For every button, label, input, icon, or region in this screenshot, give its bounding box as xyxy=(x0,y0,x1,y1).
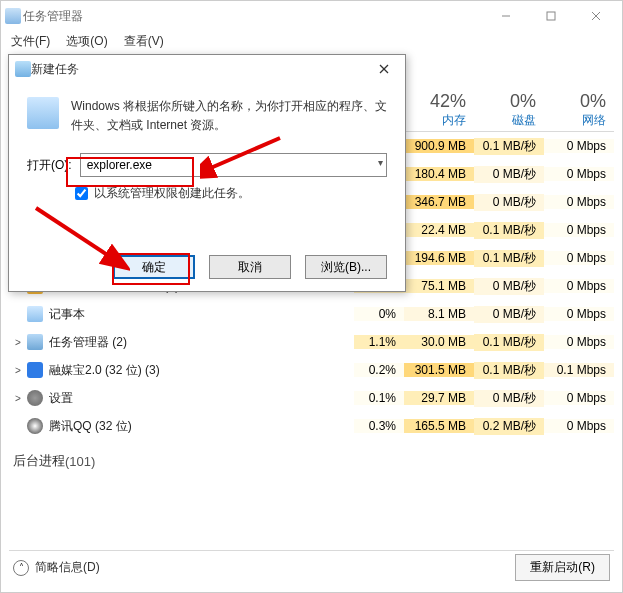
close-button[interactable] xyxy=(573,2,618,31)
cell-memory: 29.7 MB xyxy=(404,391,474,405)
cell-network: 0 Mbps xyxy=(544,391,614,405)
cell-cpu: 0% xyxy=(354,307,404,321)
cell-disk: 0.1 MB/秒 xyxy=(474,362,544,379)
cell-disk: 0.1 MB/秒 xyxy=(474,334,544,351)
cell-disk: 0.1 MB/秒 xyxy=(474,138,544,155)
cell-memory: 346.7 MB xyxy=(404,195,474,209)
process-name: 设置 xyxy=(49,390,354,407)
cell-memory: 8.1 MB xyxy=(404,307,474,321)
cell-network: 0 Mbps xyxy=(544,195,614,209)
cell-disk: 0 MB/秒 xyxy=(474,278,544,295)
col-disk[interactable]: 0% 磁盘 xyxy=(474,74,544,131)
process-name: 记事本 xyxy=(49,306,354,323)
dialog-title: 新建任务 xyxy=(31,61,369,78)
ok-button[interactable]: 确定 xyxy=(113,255,195,279)
cell-network: 0 Mbps xyxy=(544,307,614,321)
cell-memory: 30.0 MB xyxy=(404,335,474,349)
open-label: 打开(O): xyxy=(27,157,72,174)
cancel-button[interactable]: 取消 xyxy=(209,255,291,279)
col-memory[interactable]: 42% 内存 xyxy=(404,74,474,131)
cell-network: 0 Mbps xyxy=(544,223,614,237)
expand-icon[interactable]: > xyxy=(9,365,27,376)
restart-button[interactable]: 重新启动(R) xyxy=(515,554,610,581)
cell-network: 0.1 Mbps xyxy=(544,363,614,377)
cell-memory: 165.5 MB xyxy=(404,419,474,433)
table-row[interactable]: 记事本0%8.1 MB0 MB/秒0 Mbps xyxy=(9,300,614,328)
dialog-message: Windows 将根据你所键入的名称，为你打开相应的程序、文件夹、文档或 Int… xyxy=(71,97,387,135)
open-input[interactable] xyxy=(80,153,387,177)
dialog-close-button[interactable] xyxy=(369,57,399,81)
cell-memory: 75.1 MB xyxy=(404,279,474,293)
maximize-button[interactable] xyxy=(528,2,573,31)
process-name: 融媒宝2.0 (32 位) (3) xyxy=(49,362,354,379)
cell-memory: 301.5 MB xyxy=(404,363,474,377)
process-name: 腾讯QQ (32 位) xyxy=(49,418,354,435)
cell-disk: 0 MB/秒 xyxy=(474,306,544,323)
table-row[interactable]: >设置0.1%29.7 MB0 MB/秒0 Mbps xyxy=(9,384,614,412)
cell-memory: 900.9 MB xyxy=(404,139,474,153)
collapse-icon: ˄ xyxy=(13,560,29,576)
cell-memory: 22.4 MB xyxy=(404,223,474,237)
cell-cpu: 0.2% xyxy=(354,363,404,377)
app-icon xyxy=(27,306,43,322)
menubar: 文件(F) 选项(O) 查看(V) xyxy=(1,31,622,51)
col-network[interactable]: 0% 网络 xyxy=(544,74,614,131)
app-icon xyxy=(27,362,43,378)
cell-network: 0 Mbps xyxy=(544,167,614,181)
cell-disk: 0 MB/秒 xyxy=(474,390,544,407)
menu-options[interactable]: 选项(O) xyxy=(66,33,107,50)
app-icon xyxy=(27,418,43,434)
run-icon xyxy=(27,97,59,129)
cell-network: 0 Mbps xyxy=(544,335,614,349)
brief-toggle[interactable]: ˄ 简略信息(D) xyxy=(13,559,100,576)
cell-network: 0 Mbps xyxy=(544,139,614,153)
table-row[interactable]: >任务管理器 (2)1.1%30.0 MB0.1 MB/秒0 Mbps xyxy=(9,328,614,356)
footer: ˄ 简略信息(D) 重新启动(R) xyxy=(9,550,614,584)
minimize-button[interactable] xyxy=(483,2,528,31)
browse-button[interactable]: 浏览(B)... xyxy=(305,255,387,279)
table-row[interactable]: >融媒宝2.0 (32 位) (3)0.2%301.5 MB0.1 MB/秒0.… xyxy=(9,356,614,384)
cell-memory: 194.6 MB xyxy=(404,251,474,265)
section-background: 后台进程 (101) xyxy=(9,446,614,476)
cell-network: 0 Mbps xyxy=(544,419,614,433)
cell-network: 0 Mbps xyxy=(544,251,614,265)
cell-disk: 0 MB/秒 xyxy=(474,166,544,183)
admin-checkbox[interactable] xyxy=(75,187,88,200)
cell-cpu: 0.1% xyxy=(354,391,404,405)
cell-cpu: 0.3% xyxy=(354,419,404,433)
table-row[interactable]: 腾讯QQ (32 位)0.3%165.5 MB0.2 MB/秒0 Mbps xyxy=(9,412,614,440)
window-title: 任务管理器 xyxy=(21,8,483,25)
open-combobox[interactable]: ▾ xyxy=(80,153,387,177)
cell-network: 0 Mbps xyxy=(544,279,614,293)
cell-memory: 180.4 MB xyxy=(404,167,474,181)
titlebar[interactable]: 任务管理器 xyxy=(1,1,622,31)
app-icon xyxy=(5,8,21,24)
admin-checkbox-label: 以系统管理权限创建此任务。 xyxy=(94,185,250,202)
cell-disk: 0.1 MB/秒 xyxy=(474,222,544,239)
menu-view[interactable]: 查看(V) xyxy=(124,33,164,50)
process-name: 任务管理器 (2) xyxy=(49,334,354,351)
dialog-icon xyxy=(15,61,31,77)
dialog-titlebar[interactable]: 新建任务 xyxy=(9,55,405,83)
cell-disk: 0.2 MB/秒 xyxy=(474,418,544,435)
cell-disk: 0 MB/秒 xyxy=(474,194,544,211)
cell-cpu: 1.1% xyxy=(354,335,404,349)
expand-icon[interactable]: > xyxy=(9,337,27,348)
cell-disk: 0.1 MB/秒 xyxy=(474,250,544,267)
app-icon xyxy=(27,334,43,350)
menu-file[interactable]: 文件(F) xyxy=(11,33,50,50)
app-icon xyxy=(27,390,43,406)
new-task-dialog: 新建任务 Windows 将根据你所键入的名称，为你打开相应的程序、文件夹、文档… xyxy=(8,54,406,292)
svg-rect-1 xyxy=(547,12,555,20)
expand-icon[interactable]: > xyxy=(9,393,27,404)
